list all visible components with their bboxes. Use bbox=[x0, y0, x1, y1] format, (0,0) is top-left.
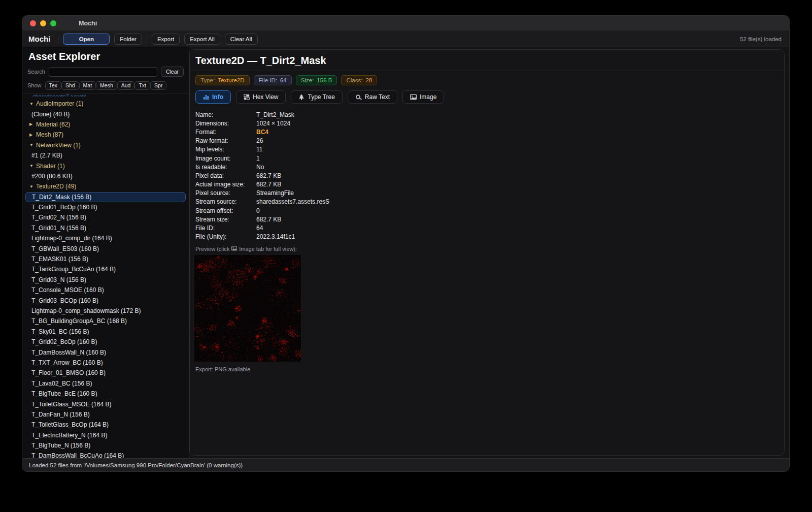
export-button[interactable]: Export bbox=[152, 34, 180, 45]
info-field-row: Format:BC4 bbox=[195, 127, 784, 136]
tree-item[interactable]: #1 (2.7 KB) bbox=[22, 150, 189, 161]
tree-item-selected[interactable]: T_Dirt2_Mask (156 B) bbox=[25, 192, 186, 202]
filter-chip-spr[interactable]: Spr bbox=[150, 81, 166, 90]
chevron-down-icon[interactable]: ▼ bbox=[29, 184, 36, 189]
open-button[interactable]: Open bbox=[63, 34, 110, 45]
tree-category-label: Texture2D (49) bbox=[36, 183, 76, 190]
tree-item[interactable]: T_EMASK01 (156 B) bbox=[22, 254, 189, 264]
tree-item[interactable]: Lightmap-0_comp_dir (164 B) bbox=[22, 233, 189, 243]
meta-badge-size: Size:156 B bbox=[296, 75, 337, 85]
tree-item[interactable]: T_Grid02_BcOp (160 B) bbox=[22, 337, 189, 347]
sidebar-title: Asset Explorer bbox=[22, 47, 189, 66]
tree-item[interactable]: T_ElectricBattery_N (164 B) bbox=[22, 430, 189, 440]
info-field-row: Actual image size:682.7 KB bbox=[195, 180, 784, 189]
info-field-row: Name:T_Dirt2_Mask bbox=[195, 110, 784, 119]
tree-category[interactable]: ▼NetworkView (1) bbox=[22, 140, 189, 150]
close-button[interactable] bbox=[30, 20, 36, 26]
tree-category-label: Shader (1) bbox=[36, 163, 65, 170]
tree-item[interactable]: T_ToiletGlass_BcOp (164 B) bbox=[22, 420, 189, 430]
tab-hex-view[interactable]: Hex View bbox=[236, 90, 286, 104]
search-clear-button[interactable]: Clear bbox=[161, 67, 184, 77]
filter-chip-shd[interactable]: Shd bbox=[61, 81, 79, 90]
tree-item[interactable]: T_DamBossWall_BcCuAo (164 B) bbox=[22, 451, 189, 458]
search-label: Search bbox=[27, 69, 45, 75]
search-input[interactable] bbox=[49, 67, 157, 77]
meta-badge-class: Class:28 bbox=[341, 75, 377, 85]
tree-item[interactable]: T_GBWall_ES03 (160 B) bbox=[22, 243, 189, 253]
filter-chip-aud[interactable]: Aud bbox=[117, 81, 135, 90]
field-label: Raw format: bbox=[195, 137, 256, 144]
info-field-row: Is readable:No bbox=[195, 163, 784, 171]
chevron-down-icon[interactable]: ▼ bbox=[29, 164, 36, 168]
filter-chip-tex[interactable]: Tex bbox=[45, 81, 61, 90]
tab-info[interactable]: Info bbox=[195, 90, 231, 104]
tree-item[interactable]: T_DamBossWall_N (160 B) bbox=[22, 347, 189, 357]
texture-preview[interactable] bbox=[194, 255, 301, 362]
tree-item[interactable]: T_Grid03_BCOp (160 B) bbox=[22, 295, 189, 305]
tree-item[interactable]: T_ToiletGlass_MSOE (164 B) bbox=[22, 399, 189, 409]
tab-bar: InfoHex ViewType TreeRaw TextImage bbox=[190, 85, 784, 104]
tree-item[interactable]: T_Grid01_BcOp (160 B) bbox=[22, 202, 189, 212]
info-field-row: Pixel source:StreamingFile bbox=[195, 189, 784, 198]
tree-item[interactable]: T_Lava02_BC (156 B) bbox=[22, 378, 189, 389]
main-area: Texture2D — T_Dirt2_Mask Type:Texture2DF… bbox=[189, 47, 789, 458]
clear-all-button[interactable]: Clear All bbox=[225, 34, 258, 45]
badge-label: Size: bbox=[301, 77, 314, 83]
tree-item[interactable]: T_Grid03_N (156 B) bbox=[22, 275, 189, 285]
info-field-row: Image count:1 bbox=[195, 154, 784, 163]
image-icon bbox=[410, 94, 417, 100]
tree-item[interactable]: T_Grid02_N (156 B) bbox=[22, 212, 189, 222]
tree-row-clipped[interactable]: sharedassets7.assets bbox=[22, 93, 189, 97]
tree-item[interactable]: T_Sky01_BC (156 B) bbox=[22, 327, 189, 337]
tree-category[interactable]: ▼AudioImporter (1) bbox=[22, 99, 189, 109]
tree-item[interactable]: T_Console_MSOE (160 B) bbox=[22, 285, 189, 295]
field-value: 26 bbox=[256, 137, 263, 144]
tree-item[interactable]: #200 (80.6 KB) bbox=[22, 171, 189, 181]
app-window: Mochi Mochi Open Folder Export Export Al… bbox=[22, 15, 790, 472]
minimize-button[interactable] bbox=[40, 20, 46, 26]
export-all-button[interactable]: Export All bbox=[184, 34, 220, 45]
chevron-down-icon[interactable]: ▼ bbox=[29, 143, 36, 147]
chevron-right-icon[interactable]: ▶ bbox=[29, 133, 36, 137]
field-label: Name: bbox=[195, 111, 256, 118]
info-fields: Name:T_Dirt2_MaskDimensions:1024 × 1024F… bbox=[190, 104, 784, 241]
tree-item[interactable]: (Clone) (40 B) bbox=[22, 109, 189, 119]
info-field-row: Raw format:26 bbox=[195, 137, 784, 145]
field-label: File ID: bbox=[195, 225, 256, 232]
tree-item[interactable]: T_BG_BuildingGroupA_BC (168 B) bbox=[22, 316, 189, 326]
field-label: Mip levels: bbox=[195, 146, 256, 153]
tree-item[interactable]: T_TankGroup_BcCuAo (164 B) bbox=[22, 264, 189, 274]
info-field-row: Pixel data:682.7 KB bbox=[195, 171, 784, 180]
tree-item[interactable]: T_Floor_01_BMSO (160 B) bbox=[22, 368, 189, 378]
bar-chart-icon bbox=[203, 94, 209, 100]
chevron-right-icon[interactable]: ▶ bbox=[29, 122, 36, 126]
tree-category[interactable]: ▶Mesh (87) bbox=[22, 130, 189, 140]
tree-item[interactable]: T_BlgTube_BcE (160 B) bbox=[22, 389, 189, 399]
asset-title: Texture2D — T_Dirt2_Mask bbox=[190, 50, 784, 71]
tree-item[interactable]: T_TXT_Arrow_BC (160 B) bbox=[22, 358, 189, 368]
badge-row: Type:Texture2DFile ID:64Size:156 BClass:… bbox=[190, 71, 784, 85]
tab-image[interactable]: Image bbox=[402, 90, 444, 104]
traffic-lights bbox=[22, 20, 56, 26]
tab-label: Info bbox=[212, 93, 223, 101]
tree-item[interactable]: T_DanFan_N (156 B) bbox=[22, 409, 189, 420]
tab-raw-text[interactable]: Raw Text bbox=[348, 90, 397, 104]
tab-type-tree[interactable]: Type Tree bbox=[291, 90, 342, 104]
tree-category[interactable]: ▶Material (62) bbox=[22, 119, 189, 130]
filter-chip-txt[interactable]: Txt bbox=[134, 81, 150, 90]
tree-item[interactable]: T_BlgTube_N (156 B) bbox=[22, 440, 189, 451]
tab-label: Hex View bbox=[253, 93, 278, 101]
tree-item[interactable]: T_Grid01_N (156 B) bbox=[22, 223, 189, 233]
folder-button[interactable]: Folder bbox=[114, 34, 142, 45]
filter-row: Show TexShdMatMeshAudTxtSpr bbox=[22, 79, 189, 93]
chevron-down-icon[interactable]: ▼ bbox=[29, 102, 36, 106]
filter-chip-mat[interactable]: Mat bbox=[79, 81, 96, 90]
window-title: Mochi bbox=[79, 20, 97, 27]
filter-chip-mesh[interactable]: Mesh bbox=[96, 81, 117, 90]
hex-grid-icon bbox=[244, 94, 250, 100]
tree-category[interactable]: ▼Texture2D (49) bbox=[22, 181, 189, 191]
zoom-button[interactable] bbox=[50, 20, 56, 26]
field-value: 64 bbox=[256, 225, 263, 232]
tree-item[interactable]: Lightmap-0_comp_shadowmask (172 B) bbox=[22, 306, 189, 316]
tree-category[interactable]: ▼Shader (1) bbox=[22, 161, 189, 171]
